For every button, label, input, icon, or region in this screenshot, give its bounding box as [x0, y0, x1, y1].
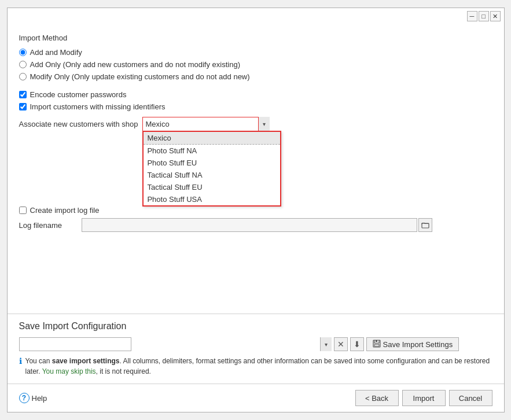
create-log-label: Create import log file	[30, 206, 100, 215]
shop-option-tactical-stuff-eu[interactable]: Tactical Stuff EU	[144, 181, 280, 193]
config-dropdown-arrow-icon: ▾	[320, 337, 332, 351]
encode-passwords-checkbox-row[interactable]: Encode customer passwords	[19, 90, 492, 99]
associate-shop-row: Associate new customers with shop Mexico…	[19, 117, 492, 131]
info-prefix: You can	[25, 357, 52, 365]
info-icon: ℹ	[19, 356, 22, 366]
cancel-button[interactable]: Cancel	[449, 390, 492, 406]
shop-option-mexico[interactable]: Mexico	[144, 132, 280, 145]
radio-add-only-label: Add Only (Only add new customers and do …	[30, 60, 240, 69]
svg-rect-0	[422, 223, 429, 228]
dialog: ─ □ ✕ Import Method Add and Modify Add O…	[7, 8, 505, 412]
shop-option-photo-stuff-eu[interactable]: Photo Stuff EU	[144, 157, 280, 169]
encode-passwords-label: Encode customer passwords	[30, 90, 127, 99]
save-config-title: Save Import Configuration	[19, 321, 492, 331]
associate-shop-arrow-icon: ▾	[258, 117, 270, 131]
shop-option-tactical-stuff-na[interactable]: Tactical Stuff NA	[144, 169, 280, 181]
create-log-input[interactable]	[19, 207, 27, 214]
footer: ? Help < Back Import Cancel	[8, 384, 504, 412]
create-log-checkbox-row[interactable]: Create import log file	[19, 206, 492, 215]
log-section: Create import log file Log filename	[19, 206, 492, 232]
save-import-label: Save Import Settings	[383, 340, 453, 349]
save-import-button[interactable]: Save Import Settings	[366, 337, 459, 351]
config-input-wrapper: ▾	[19, 337, 332, 351]
info-text: You can save import settings. All column…	[25, 356, 492, 377]
help-label: Help	[32, 394, 47, 403]
help-button[interactable]: ? Help	[19, 393, 47, 403]
main-content: Import Method Add and Modify Add Only (O…	[8, 24, 504, 314]
config-input[interactable]	[19, 337, 131, 351]
missing-identifiers-checkbox-row[interactable]: Import customers with missing identifier…	[19, 102, 492, 111]
back-button[interactable]: < Back	[355, 390, 399, 406]
save-config-row: ▾ ✕ ⬇ Save Import Settings	[19, 337, 492, 351]
footer-buttons: < Back Import Cancel	[355, 390, 492, 406]
close-button[interactable]: ✕	[490, 11, 501, 21]
radio-add-modify-label: Add and Modify	[30, 48, 82, 57]
info-suffix: , it is not required.	[96, 367, 151, 375]
associate-shop-list[interactable]: Mexico Photo Stuff NA Photo Stuff EU Tac…	[142, 131, 281, 207]
radio-add-modify[interactable]: Add and Modify	[19, 48, 492, 57]
save-icon	[373, 340, 381, 348]
associate-shop-value: Mexico	[145, 120, 169, 128]
info-bold: save import settings	[52, 357, 120, 365]
radio-modify-only-label: Modify Only (Only update existing custom…	[30, 72, 250, 81]
radio-modify-only[interactable]: Modify Only (Only update existing custom…	[19, 72, 492, 81]
import-button[interactable]: Import	[402, 390, 446, 406]
missing-identifiers-label: Import customers with missing identifier…	[30, 102, 166, 111]
log-filename-row: Log filename	[19, 218, 492, 232]
import-method-group: Add and Modify Add Only (Only add new cu…	[19, 48, 492, 81]
help-icon: ?	[19, 393, 30, 403]
info-skip-link[interactable]: You may skip this	[42, 367, 96, 375]
encode-passwords-input[interactable]	[19, 91, 27, 98]
folder-icon	[421, 221, 429, 229]
associate-shop-label: Associate new customers with shop	[19, 120, 138, 128]
import-method-label: Import Method	[19, 34, 492, 42]
missing-identifiers-input[interactable]	[19, 103, 27, 110]
info-row: ℹ You can save import settings. All colu…	[19, 356, 492, 377]
shop-option-photo-stuff-na[interactable]: Photo Stuff NA	[144, 145, 280, 157]
shop-option-photo-stuff-usa[interactable]: Photo Stuff USA	[144, 193, 280, 205]
config-download-button[interactable]: ⬇	[350, 337, 364, 351]
restore-button[interactable]: □	[479, 11, 489, 21]
minimize-button[interactable]: ─	[467, 11, 477, 21]
save-import-icon	[373, 340, 381, 349]
log-filename-label: Log filename	[19, 221, 77, 230]
associate-shop-dropdown[interactable]: Mexico ▾ Mexico Photo Stuff NA Photo Stu…	[142, 117, 270, 131]
svg-rect-2	[376, 340, 377, 342]
log-filename-input[interactable]	[82, 218, 417, 232]
title-bar: ─ □ ✕	[8, 8, 504, 24]
save-config-section: Save Import Configuration ▾ ✕ ⬇ Save Imp…	[8, 314, 504, 384]
radio-add-only[interactable]: Add Only (Only add new customers and do …	[19, 60, 492, 69]
browse-button[interactable]	[418, 218, 432, 232]
config-clear-button[interactable]: ✕	[334, 337, 348, 351]
associate-shop-selected[interactable]: Mexico ▾	[142, 117, 270, 131]
